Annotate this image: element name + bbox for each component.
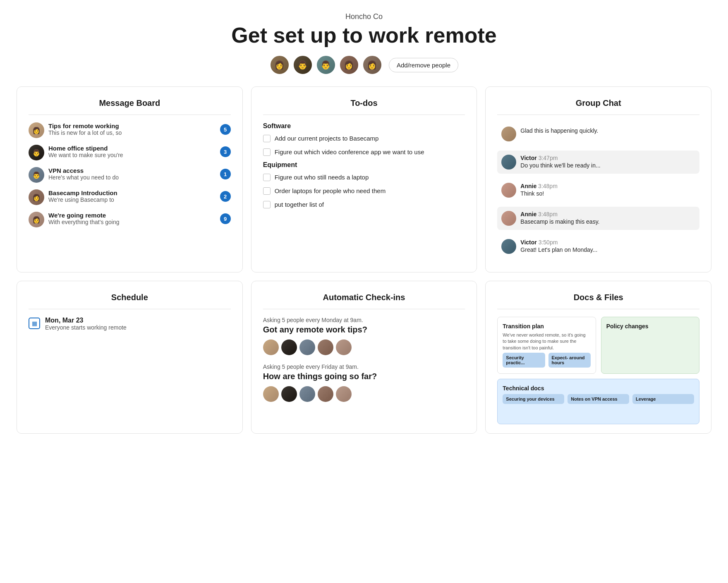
avatar xyxy=(501,183,516,198)
doc-text: We've never worked remote, so it's going… xyxy=(503,332,590,351)
chat-body: Annie 3:48pm Think so! xyxy=(520,183,695,197)
chat-time: 3:48pm xyxy=(538,211,558,217)
msg-content: Tips for remote working This is new for … xyxy=(48,122,216,136)
msg-preview: With everything that's going xyxy=(48,219,216,225)
msg-title: Home office stipend xyxy=(48,145,216,152)
msg-content: Home office stipend We want to make sure… xyxy=(48,145,216,158)
todo-checkbox[interactable] xyxy=(263,174,271,181)
todo-checkbox[interactable] xyxy=(263,201,271,208)
doc-sub-row: Security practic... Expect- around hours xyxy=(503,353,590,368)
list-item[interactable]: Figure out who still needs a laptop xyxy=(263,173,465,182)
msg-preview: We're using Basecamp to xyxy=(48,196,216,203)
chat-time: 3:47pm xyxy=(539,155,558,161)
list-item[interactable]: 👩 Basecamp Introduction We're using Base… xyxy=(29,189,231,205)
checkin-question-2: How are things going so far? xyxy=(263,372,465,381)
chat-meta: Victor 3:47pm xyxy=(520,155,695,161)
list-item[interactable]: Add our current projects to Basecamp xyxy=(263,134,465,143)
list-item[interactable]: Figure out which video conference app we… xyxy=(263,148,465,156)
doc-sub-label: Securing your devices xyxy=(506,397,561,401)
list-item[interactable]: 👨 Home office stipend We want to make su… xyxy=(29,145,231,160)
todo-section-equipment: Equipment xyxy=(263,161,465,169)
list-item[interactable]: Victor 3:50pm Great! Let's plan on Monda… xyxy=(497,235,699,258)
schedule-card: Schedule ▦ Mon, Mar 23 Everyone starts w… xyxy=(17,281,243,434)
chat-text: Think so! xyxy=(520,190,695,197)
docs-title: Docs & Files xyxy=(497,293,699,302)
group-chat-title: Group Chat xyxy=(497,98,699,108)
list-item[interactable]: Victor 3:47pm Do you think we'll be read… xyxy=(497,151,699,174)
avatar: 👨 xyxy=(316,55,336,75)
doc-sub-item: Notes on VPN access xyxy=(568,394,629,404)
doc-sub-item: Leverage xyxy=(632,394,694,404)
chat-meta: Annie 3:48pm xyxy=(520,211,695,217)
msg-badge: 5 xyxy=(220,124,231,135)
doc-technical-docs[interactable]: Technical docs Securing your devices Not… xyxy=(497,379,699,424)
checkin-asking-2: Asking 5 people every Friday at 9am. xyxy=(263,363,465,370)
checkin-asking-1: Asking 5 people every Monday at 9am. xyxy=(263,317,465,323)
schedule-description: Everyone starts working remote xyxy=(45,324,127,331)
list-item[interactable]: Glad this is happening quickly. xyxy=(497,122,699,146)
chat-text: Do you think we'll be ready in... xyxy=(520,162,695,169)
todo-text: Add our current projects to Basecamp xyxy=(275,134,379,143)
chat-time: 3:50pm xyxy=(539,239,558,246)
todo-checkbox[interactable] xyxy=(263,148,271,156)
todo-checkbox[interactable] xyxy=(263,135,271,142)
msg-preview: Here's what you need to do xyxy=(48,174,216,181)
chat-sender: Victor xyxy=(520,239,536,246)
avatar xyxy=(501,211,516,226)
msg-title: Tips for remote working xyxy=(48,122,216,129)
checkin-question-1: Got any remote work tips? xyxy=(263,325,465,335)
doc-sub-row: Securing your devices Notes on VPN acces… xyxy=(503,394,694,404)
main-grid: Message Board 👩 Tips for remote working … xyxy=(17,86,711,434)
msg-badge: 1 xyxy=(220,169,231,179)
chat-sender: Annie xyxy=(520,211,536,217)
add-remove-button[interactable]: Add/remove people xyxy=(389,58,458,72)
list-item[interactable]: 👨 VPN access Here's what you need to do … xyxy=(29,167,231,183)
list-item[interactable]: Annie 3:48pm Think so! xyxy=(497,179,699,202)
chat-body: Glad this is happening quickly. xyxy=(520,127,695,135)
doc-policy-changes[interactable]: Policy changes xyxy=(601,317,699,374)
checkins-card: Automatic Check-ins Asking 5 people ever… xyxy=(251,281,477,434)
checkin-avatars-2 xyxy=(263,386,465,402)
msg-badge: 3 xyxy=(220,146,231,157)
msg-badge: 2 xyxy=(220,191,231,202)
schedule-title: Schedule xyxy=(29,293,231,302)
doc-transition-plan[interactable]: Transition plan We've never worked remot… xyxy=(497,317,596,374)
list-item[interactable]: 👩 Tips for remote working This is new fo… xyxy=(29,122,231,138)
todo-text: Figure out who still needs a laptop xyxy=(275,173,369,182)
msg-content: We're going remote With everything that'… xyxy=(48,212,216,225)
avatar: 👩 xyxy=(29,189,44,205)
doc-title: Transition plan xyxy=(503,323,590,330)
doc-sub-label: Expect- around hours xyxy=(552,355,587,365)
list-item[interactable]: Order laptops for people who need them xyxy=(263,186,465,195)
checkin-avatars-1 xyxy=(263,339,465,355)
avatar xyxy=(318,339,333,355)
msg-title: We're going remote xyxy=(48,212,216,219)
checkins-title: Automatic Check-ins xyxy=(263,293,465,302)
avatar xyxy=(318,386,333,402)
msg-title: Basecamp Introduction xyxy=(48,189,216,196)
todos-title: To-dos xyxy=(263,98,465,108)
doc-sub-label: Security practic... xyxy=(506,355,541,365)
company-name: Honcho Co xyxy=(17,12,711,21)
chat-time: 3:48pm xyxy=(538,183,558,189)
todo-section-software: Software xyxy=(263,122,465,130)
chat-sender: Victor xyxy=(520,155,536,161)
chat-meta: Annie 3:48pm xyxy=(520,183,695,189)
doc-sub-item: Expect- around hours xyxy=(548,353,591,368)
doc-title: Technical docs xyxy=(503,385,694,392)
list-item[interactable]: 👩 We're going remote With everything tha… xyxy=(29,212,231,227)
list-item[interactable]: Annie 3:48pm Basecamp is making this eas… xyxy=(497,207,699,230)
avatar: 👩 xyxy=(362,55,382,75)
list-item[interactable]: put together list of xyxy=(263,200,465,209)
avatar: 👨 xyxy=(293,55,313,75)
avatar xyxy=(281,339,297,355)
avatar xyxy=(263,339,279,355)
schedule-date: Mon, Mar 23 xyxy=(45,317,127,324)
docs-grid: Transition plan We've never worked remot… xyxy=(497,317,699,424)
todo-checkbox[interactable] xyxy=(263,187,271,195)
avatar: 👨 xyxy=(29,145,44,160)
msg-content: VPN access Here's what you need to do xyxy=(48,167,216,181)
msg-badge: 9 xyxy=(220,213,231,224)
schedule-event-content: Mon, Mar 23 Everyone starts working remo… xyxy=(45,317,127,331)
people-row: 👩 👨 👨 👩 👩 Add/remove people xyxy=(17,55,711,75)
